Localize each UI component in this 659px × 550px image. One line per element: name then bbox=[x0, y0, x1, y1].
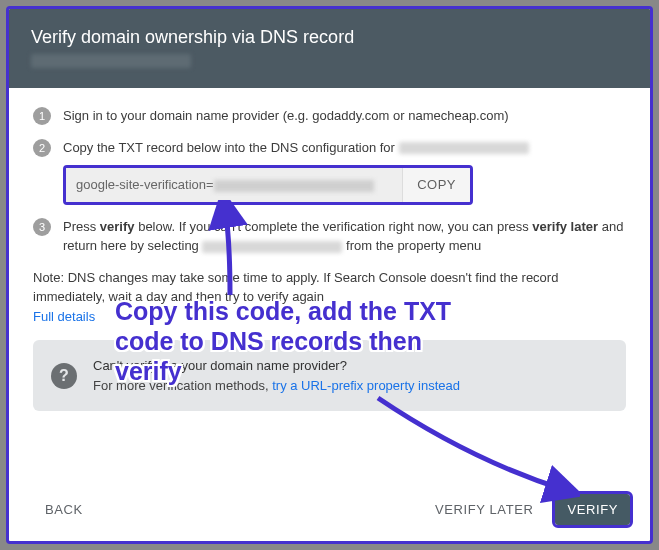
question-icon: ? bbox=[51, 363, 77, 389]
txt-record-row: google-site-verification= COPY bbox=[63, 165, 473, 205]
txt-record-value[interactable]: google-site-verification= bbox=[66, 168, 402, 202]
step-3-text: Press verify below. If you can't complet… bbox=[63, 217, 626, 256]
step-1: 1 Sign in to your domain name provider (… bbox=[33, 106, 626, 126]
step-number: 2 bbox=[33, 139, 51, 157]
step-3: 3 Press verify below. If you can't compl… bbox=[33, 217, 626, 256]
modal-title: Verify domain ownership via DNS record bbox=[31, 27, 628, 48]
verify-later-button[interactable]: VERIFY LATER bbox=[423, 494, 545, 525]
step-number: 3 bbox=[33, 218, 51, 236]
url-prefix-link[interactable]: try a URL-prefix property instead bbox=[272, 378, 460, 393]
modal-header: Verify domain ownership via DNS record bbox=[9, 9, 650, 88]
verify-button[interactable]: VERIFY bbox=[555, 494, 630, 525]
step-number: 1 bbox=[33, 107, 51, 125]
redacted-domain bbox=[399, 142, 529, 154]
alt-method-title: Can't verify via your domain name provid… bbox=[93, 356, 460, 376]
alt-method-box: ? Can't verify via your domain name prov… bbox=[33, 340, 626, 411]
modal-footer: BACK VERIFY LATER VERIFY bbox=[9, 480, 650, 541]
redacted-token bbox=[214, 180, 374, 192]
steps-list: 1 Sign in to your domain name provider (… bbox=[33, 106, 626, 256]
step-2: 2 Copy the TXT record below into the DNS… bbox=[33, 138, 626, 205]
modal-content: 1 Sign in to your domain name provider (… bbox=[9, 88, 650, 480]
back-button[interactable]: BACK bbox=[33, 494, 95, 525]
step-1-text: Sign in to your domain name provider (e.… bbox=[63, 106, 626, 126]
modal-subtitle-redacted bbox=[31, 54, 191, 68]
note-text: Note: DNS changes may take some time to … bbox=[33, 270, 558, 305]
copy-button[interactable]: COPY bbox=[402, 168, 470, 202]
full-details-link[interactable]: Full details bbox=[33, 309, 95, 324]
verify-domain-modal: Verify domain ownership via DNS record 1… bbox=[6, 6, 653, 544]
txt-record-prefix: google-site-verification= bbox=[76, 177, 214, 192]
step-2-text: Copy the TXT record below into the DNS c… bbox=[63, 140, 399, 155]
step-2-body: Copy the TXT record below into the DNS c… bbox=[63, 138, 626, 205]
alt-method-text: Can't verify via your domain name provid… bbox=[93, 356, 460, 395]
dns-note: Note: DNS changes may take some time to … bbox=[33, 268, 626, 327]
redacted-property bbox=[202, 241, 342, 253]
